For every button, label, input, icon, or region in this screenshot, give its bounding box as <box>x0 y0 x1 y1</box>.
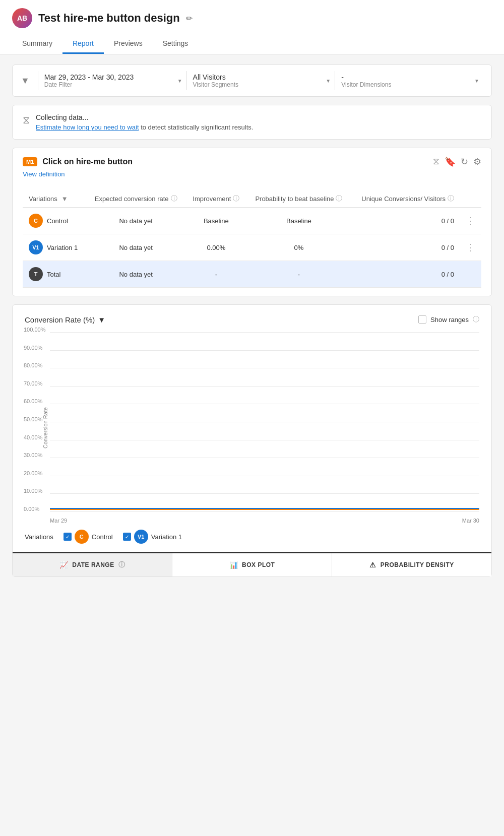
y-label: 40.00% <box>24 434 42 440</box>
variation-cell: C Control <box>23 208 87 234</box>
date-filter-dropdown-icon: ▼ <box>177 78 182 84</box>
segment-filter[interactable]: All Visitors Visitor Segments ▼ <box>186 71 335 90</box>
x-label-end: Mar 30 <box>462 518 479 524</box>
estimate-link[interactable]: Estimate how long you need to wait <box>36 123 139 131</box>
legend-variation1-label: Variation 1 <box>151 533 182 541</box>
improvement-cell: Baseline <box>185 208 247 234</box>
dimension-filter-label: Visitor Dimensions <box>341 81 477 88</box>
col-expected: Expected conversion rate ⓘ <box>87 190 185 208</box>
y-label: 0.00% <box>24 506 39 512</box>
grid-line: 0.00% <box>50 511 479 512</box>
variation-name: Total <box>47 271 60 278</box>
tab-box-plot[interactable]: 📊 BOX PLOT <box>172 553 332 576</box>
table-row: T Total No data yet - - 0 / 0 <box>23 261 481 288</box>
probability-cell: - <box>247 261 351 288</box>
variation-dot: C <box>29 214 43 228</box>
variation-cell: T Total <box>23 261 87 288</box>
legend-variation1-checkbox[interactable]: ✓ <box>123 533 131 541</box>
y-label: 10.00% <box>24 488 42 494</box>
legend-variation1-dot: V1 <box>134 530 148 544</box>
metric-card: M1 Click on hire-me button ⧖ 🔖 ↻ ⚙ View … <box>12 148 492 296</box>
chart-svg <box>50 332 479 511</box>
probability-info-icon[interactable]: ⓘ <box>336 194 342 203</box>
segment-filter-label: Visitor Segments <box>193 81 329 88</box>
tab-previews[interactable]: Previews <box>104 34 153 54</box>
expected-cell: No data yet <box>87 261 185 288</box>
show-ranges-info-icon[interactable]: ⓘ <box>473 315 479 324</box>
metric-title: Click on hire-me button <box>42 157 133 166</box>
date-filter[interactable]: Mar 29, 2023 - Mar 30, 2023 Date Filter … <box>38 71 186 90</box>
box-plot-label: BOX PLOT <box>242 561 275 568</box>
row-menu-icon[interactable]: ⋮ <box>466 242 475 252</box>
conversions-cell: 0 / 0 <box>351 234 460 261</box>
legend-control: ✓ C Control <box>64 530 113 544</box>
conversions-cell: 0 / 0 <box>351 208 460 234</box>
legend-control-checkbox[interactable]: ✓ <box>64 533 72 541</box>
variation-cell: V1 Variation 1 <box>23 234 87 261</box>
view-definition-link[interactable]: View definition <box>23 170 65 178</box>
conversions-info-icon[interactable]: ⓘ <box>448 194 454 203</box>
page-title: Test hire-me button design <box>38 12 180 25</box>
metric-title-row: M1 Click on hire-me button <box>23 157 133 166</box>
tab-summary[interactable]: Summary <box>12 34 62 54</box>
x-label-start: Mar 29 <box>50 518 67 524</box>
metric-header: M1 Click on hire-me button ⧖ 🔖 ↻ ⚙ <box>23 156 481 167</box>
collecting-suffix: to detect statistically significant resu… <box>139 123 254 131</box>
table-row: V1 Variation 1 No data yet 0.00% 0% 0 / … <box>23 234 481 261</box>
y-label: 90.00% <box>24 345 42 351</box>
date-range-info-icon[interactable]: ⓘ <box>118 560 125 569</box>
expected-cell: No data yet <box>87 234 185 261</box>
variations-filter-icon[interactable]: ▼ <box>61 195 68 203</box>
expected-info-icon[interactable]: ⓘ <box>171 194 177 203</box>
tab-probability-density[interactable]: ⚠ PROBABILITY DENSITY <box>332 553 491 576</box>
avatar: AB <box>12 8 32 28</box>
metric-hourglass-icon[interactable]: ⧖ <box>433 156 439 167</box>
filter-bar: ▼ Mar 29, 2023 - Mar 30, 2023 Date Filte… <box>12 65 492 97</box>
tab-settings[interactable]: Settings <box>153 34 199 54</box>
dimension-filter[interactable]: - Visitor Dimensions ▼ <box>335 71 483 90</box>
col-conversions: Unique Conversions/ Visitors ⓘ <box>351 190 460 208</box>
metric-settings-icon[interactable]: ⚙ <box>473 156 481 167</box>
chart-title-dropdown-icon: ▼ <box>98 315 105 324</box>
show-ranges-control[interactable]: Show ranges ⓘ <box>418 315 479 324</box>
box-plot-icon: 📊 <box>229 561 238 569</box>
collecting-title: Collecting data... <box>36 113 253 121</box>
legend-control-label: Control <box>92 533 113 541</box>
tab-report[interactable]: Report <box>62 34 104 54</box>
row-menu-cell: ⋮ <box>460 208 481 234</box>
probability-cell: 0% <box>247 234 351 261</box>
improvement-cell: - <box>185 261 247 288</box>
collecting-banner: ⧖ Collecting data... Estimate how long y… <box>12 105 492 140</box>
chart-x-labels: Mar 29 Mar 30 <box>50 516 479 524</box>
edit-icon[interactable]: ✏ <box>186 14 193 23</box>
dimension-filter-dropdown-icon: ▼ <box>474 78 479 84</box>
chart-container: Conversion Rate 100.00%90.00%80.00%70.00… <box>50 332 479 524</box>
metric-refresh-icon[interactable]: ↻ <box>461 156 468 167</box>
dimension-filter-value: - <box>341 73 477 81</box>
expected-cell: No data yet <box>87 208 185 234</box>
chart-section: Conversion Rate (%) ▼ Show ranges ⓘ Conv… <box>12 304 492 577</box>
prob-density-label: PROBABILITY DENSITY <box>381 561 454 568</box>
chart-variations-legend: Variations ✓ C Control ✓ V1 Variation 1 <box>25 530 479 544</box>
tab-date-range[interactable]: 📈 DATE RANGE ⓘ <box>13 553 172 576</box>
metric-bookmark-icon[interactable]: 🔖 <box>445 156 456 167</box>
row-menu-cell: ⋮ <box>460 234 481 261</box>
header-top: AB Test hire-me button design ✏ <box>12 8 492 28</box>
chart-title-text: Conversion Rate (%) <box>25 315 95 324</box>
row-menu-icon[interactable]: ⋮ <box>466 216 475 226</box>
metric-actions: ⧖ 🔖 ↻ ⚙ <box>433 156 481 167</box>
show-ranges-label: Show ranges <box>430 316 469 324</box>
variation-dot: V1 <box>29 240 43 254</box>
chart-title[interactable]: Conversion Rate (%) ▼ <box>25 315 105 324</box>
date-filter-label: Date Filter <box>44 81 180 88</box>
collecting-sub: Estimate how long you need to wait to de… <box>36 123 253 131</box>
chart-header: Conversion Rate (%) ▼ Show ranges ⓘ <box>25 315 479 324</box>
conversions-cell: 0 / 0 <box>351 261 460 288</box>
segment-filter-value: All Visitors <box>193 73 329 81</box>
filter-icon: ▼ <box>21 76 30 86</box>
col-menu <box>460 190 481 208</box>
improvement-info-icon[interactable]: ⓘ <box>233 194 239 203</box>
segment-filter-dropdown-icon: ▼ <box>326 78 331 84</box>
show-ranges-checkbox[interactable] <box>418 315 426 324</box>
improvement-cell: 0.00% <box>185 234 247 261</box>
